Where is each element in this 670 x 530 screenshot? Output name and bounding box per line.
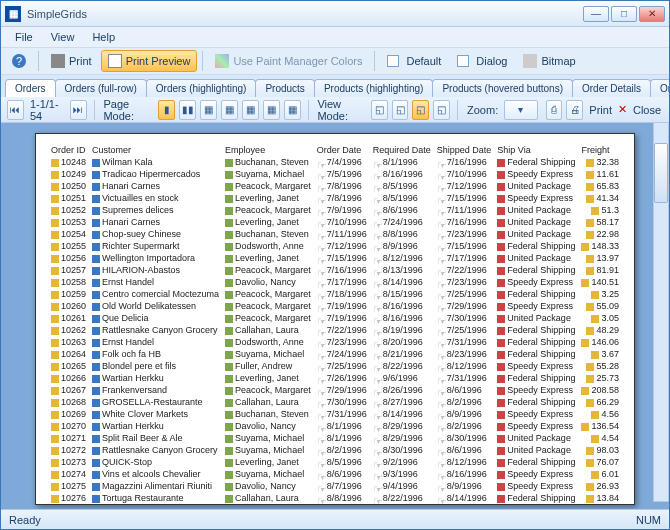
menu-help[interactable]: Help xyxy=(84,29,123,45)
print-button[interactable]: Print xyxy=(44,50,99,72)
table-row[interactable]: 10263Ernst HandelDodsworth, Anne☞7/23/19… xyxy=(48,336,622,348)
default-check[interactable]: Default xyxy=(380,50,448,72)
scrollbar-thumb[interactable] xyxy=(654,143,668,203)
date-icon: ☞ xyxy=(317,291,325,299)
employee-icon xyxy=(225,195,233,203)
paint-label: Use Paint Manager Colors xyxy=(233,55,362,67)
table-row[interactable]: 10268GROSELLA-RestauranteCallahan, Laura… xyxy=(48,396,622,408)
pagebar-close-label[interactable]: Close xyxy=(633,104,661,116)
customer-icon xyxy=(92,399,100,407)
ship-icon xyxy=(497,375,505,383)
pagemode-4[interactable]: ▦ xyxy=(221,100,238,120)
tab-order-details[interactable]: Order Details xyxy=(572,79,651,97)
viewmode-4[interactable]: ◱ xyxy=(433,100,450,120)
page-last-icon[interactable]: ⏭ xyxy=(70,100,87,120)
pagemode-6[interactable]: ▦ xyxy=(263,100,280,120)
row-icon xyxy=(51,483,59,491)
pagemode-3[interactable]: ▦ xyxy=(200,100,217,120)
table-row[interactable]: 10253Hanari CarnesLeverling, Janet☞7/10/… xyxy=(48,216,622,228)
table-row[interactable]: 10275Magazzini Alimentari RiunitiDavolio… xyxy=(48,480,622,492)
table-row[interactable]: 10257HILARION-AbastosPeacock, Margaret☞7… xyxy=(48,264,622,276)
tab-orders[interactable]: Orders xyxy=(5,79,56,97)
customer-icon xyxy=(92,447,100,455)
table-row[interactable]: 10265Blondel pere et filsFuller, Andrew☞… xyxy=(48,360,622,372)
zoom-dropdown[interactable]: ▾ xyxy=(504,100,537,120)
table-row[interactable]: 10260Old World DelikatessenPeacock, Marg… xyxy=(48,300,622,312)
table-row[interactable]: 10249Tradicao HipermercadosSuyama, Micha… xyxy=(48,168,622,180)
page-first-icon[interactable]: ⏮ xyxy=(7,100,24,120)
paint-manager-button[interactable]: Use Paint Manager Colors xyxy=(208,50,369,72)
ship-icon xyxy=(497,171,505,179)
pagemode-7[interactable]: ▦ xyxy=(284,100,301,120)
table-row[interactable]: 10272Rattlesnake Canyon GrocerySuyama, M… xyxy=(48,444,622,456)
pagebar-print-label[interactable]: Print xyxy=(589,104,612,116)
table-row[interactable]: 10251Victuailles en stockLeverling, Jane… xyxy=(48,192,622,204)
table-row[interactable]: 10252Supremes delicesPeacock, Margaret☞7… xyxy=(48,204,622,216)
ship-icon xyxy=(497,459,505,467)
table-row[interactable]: 10261Que DeliciaPeacock, Margaret☞7/19/1… xyxy=(48,312,622,324)
row-icon xyxy=(51,411,59,419)
table-row[interactable]: 10258Ernst HandelDavolio, Nancy☞7/17/199… xyxy=(48,276,622,288)
table-row[interactable]: 10262Rattlesnake Canyon GroceryCallahan,… xyxy=(48,324,622,336)
separator xyxy=(374,51,375,71)
tab-products-highlight[interactable]: Products (highlighting) xyxy=(314,79,434,97)
date-icon: ☞ xyxy=(437,327,445,335)
customer-icon xyxy=(92,195,100,203)
table-row[interactable]: 10273QUICK-StopLeverling, Janet☞8/5/1996… xyxy=(48,456,622,468)
dialog-check[interactable]: Dialog xyxy=(450,50,514,72)
date-icon: ☞ xyxy=(373,399,381,407)
table-row[interactable]: 10274Vins et alcools ChevalierSuyama, Mi… xyxy=(48,468,622,480)
table-row[interactable]: 10248Wilman KalaBuchanan, Steven☞7/4/199… xyxy=(48,156,622,168)
tab-products[interactable]: Products xyxy=(255,79,314,97)
help-icon[interactable]: ? xyxy=(5,50,33,72)
menu-file[interactable]: File xyxy=(7,29,41,45)
row-icon xyxy=(51,495,59,503)
bitmap-check[interactable]: Bitmap xyxy=(516,50,582,72)
table-row[interactable]: 10267FrankenversandPeacock, Margaret☞7/2… xyxy=(48,384,622,396)
table-row[interactable]: 10255Richter SupermarktDodsworth, Anne☞7… xyxy=(48,240,622,252)
date-icon: ☞ xyxy=(437,195,445,203)
table-row[interactable]: 10277Morgenstern GesundkostFuller, Andre… xyxy=(48,504,622,505)
date-icon: ☞ xyxy=(317,375,325,383)
tab-order-details2[interactable]: Order Details xyxy=(650,79,669,97)
table-row[interactable]: 10250Hanari CarnesPeacock, Margaret☞7/8/… xyxy=(48,180,622,192)
date-icon: ☞ xyxy=(373,303,381,311)
pagemode-5[interactable]: ▦ xyxy=(242,100,259,120)
close-button[interactable]: ✕ xyxy=(639,6,665,22)
pagemode-2[interactable]: ▮▮ xyxy=(179,100,196,120)
table-row[interactable]: 10276Tortuga RestauranteCallahan, Laura☞… xyxy=(48,492,622,504)
app-icon: ▦ xyxy=(5,6,21,22)
print-icon[interactable]: 🖨 xyxy=(566,100,583,120)
tab-orders-fullrow[interactable]: Orders (full-row) xyxy=(55,79,147,97)
maximize-button[interactable]: □ xyxy=(611,6,637,22)
print-preview-button[interactable]: Print Preview xyxy=(101,50,198,72)
viewmode-1[interactable]: ◱ xyxy=(371,100,388,120)
table-row[interactable]: 10254Chop-suey ChineseBuchanan, Steven☞7… xyxy=(48,228,622,240)
export-icon[interactable]: ⎙ xyxy=(546,100,563,120)
date-icon: ☞ xyxy=(373,159,381,167)
date-icon: ☞ xyxy=(437,243,445,251)
minimize-button[interactable]: — xyxy=(583,6,609,22)
date-icon: ☞ xyxy=(437,255,445,263)
date-icon: ☞ xyxy=(437,207,445,215)
table-row[interactable]: 10269White Clover MarketsBuchanan, Steve… xyxy=(48,408,622,420)
close-x-icon[interactable]: ✕ xyxy=(618,103,627,116)
table-row[interactable]: 10256Wellington ImportadoraLeverling, Ja… xyxy=(48,252,622,264)
viewmode-3[interactable]: ◱ xyxy=(412,100,429,120)
table-row[interactable]: 10266Wartian HerkkuLeverling, Janet☞7/26… xyxy=(48,372,622,384)
table-row[interactable]: 10259Centro comercial MoctezumaPeacock, … xyxy=(48,288,622,300)
row-icon xyxy=(51,255,59,263)
menu-view[interactable]: View xyxy=(43,29,83,45)
date-icon: ☞ xyxy=(373,195,381,203)
pagemode-1[interactable]: ▮ xyxy=(158,100,175,120)
scrollbar[interactable] xyxy=(653,122,669,502)
tab-products-hovered[interactable]: Products (hovered buttons) xyxy=(432,79,573,97)
table-row[interactable]: 10264Folk och fa HBSuyama, Michael☞7/24/… xyxy=(48,348,622,360)
viewmode-2[interactable]: ◱ xyxy=(392,100,409,120)
table-row[interactable]: 10271Split Rail Beer & AleSuyama, Michae… xyxy=(48,432,622,444)
orders-grid: Order ID Customer Employee Order Date Re… xyxy=(48,144,622,505)
freight-icon xyxy=(591,291,599,299)
table-row[interactable]: 10270Wartian HerkkuDavolio, Nancy☞8/1/19… xyxy=(48,420,622,432)
ship-icon xyxy=(497,183,505,191)
tab-orders-highlight[interactable]: Orders (highlighting) xyxy=(146,79,257,97)
